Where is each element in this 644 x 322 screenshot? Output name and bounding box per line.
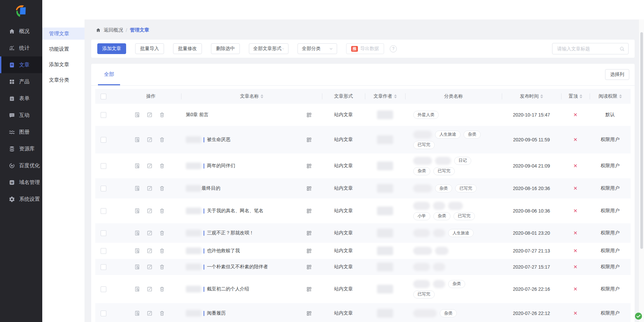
category-filter-select[interactable]: 全部分类 (298, 43, 337, 54)
sort-carets-icon[interactable] (619, 94, 622, 98)
submenu-item-3[interactable]: 添加文章 (42, 58, 85, 71)
edit-icon[interactable] (147, 112, 153, 118)
delete-icon[interactable] (159, 137, 165, 143)
row-checkbox[interactable] (101, 208, 106, 214)
redacted-text (186, 208, 201, 214)
row-actions-cell (121, 104, 181, 126)
choose-columns-button[interactable]: 选择列 (605, 69, 629, 80)
qr-code-icon[interactable] (306, 208, 312, 214)
preview-icon[interactable] (134, 137, 140, 143)
row-checkbox[interactable] (101, 248, 106, 254)
submenu-item-4[interactable]: 文章分类 (42, 74, 85, 86)
publish-date-cell: 2020-08-16 20:36 (502, 178, 561, 198)
article-name-cell: 最终目的 (181, 178, 322, 198)
delete-icon[interactable] (159, 286, 165, 292)
edit-icon[interactable] (147, 208, 153, 214)
sidebar-item-9[interactable]: 百度优化 (0, 157, 42, 174)
scrollbar-thumb[interactable] (640, 32, 643, 249)
category-tags-cell: 日记杂类已写完 (405, 153, 502, 178)
export-data-button[interactable]: 推 导出数据 (346, 43, 384, 54)
row-checkbox[interactable] (101, 230, 106, 236)
toolbar: 添加文章 批量导入 批量修改 删除选中 全部文章形式 全部分类 推 导出数据 ? (91, 40, 635, 58)
safety-check-badge-icon[interactable] (635, 312, 642, 320)
preview-icon[interactable] (134, 112, 140, 118)
preview-icon[interactable] (134, 208, 140, 214)
row-checkbox[interactable] (101, 264, 106, 270)
delete-icon[interactable] (159, 112, 165, 118)
sort-carets-icon[interactable] (261, 94, 263, 98)
qr-code-icon[interactable] (306, 112, 312, 118)
row-checkbox[interactable] (101, 286, 106, 292)
edit-icon[interactable] (147, 137, 153, 143)
delete-selected-button[interactable]: 删除选中 (211, 43, 240, 54)
read-permission-cell: 权限用户 (590, 259, 631, 275)
submenu-item-2[interactable]: 功能设置 (42, 43, 85, 55)
submenu-item-1[interactable]: 管理文章 (42, 28, 85, 40)
delete-icon[interactable] (159, 163, 165, 169)
preview-icon[interactable] (134, 264, 140, 270)
preview-icon[interactable] (134, 310, 140, 316)
qr-code-icon[interactable] (306, 137, 312, 143)
preview-icon[interactable] (134, 286, 140, 292)
batch-edit-button[interactable]: 批量修改 (173, 43, 202, 54)
preview-icon[interactable] (134, 163, 140, 169)
sort-carets-icon[interactable] (580, 94, 582, 98)
qr-code-icon[interactable] (306, 230, 312, 236)
row-checkbox[interactable] (101, 163, 106, 169)
preview-icon[interactable] (134, 230, 140, 236)
sidebar-item-10[interactable]: W域名管理 (0, 174, 42, 191)
pinned-cell: ✕ (561, 275, 590, 303)
sidebar-item-6[interactable]: 互动 (0, 107, 42, 124)
row-checkbox[interactable] (101, 112, 106, 118)
edit-icon[interactable] (147, 185, 153, 191)
qr-code-icon[interactable] (306, 311, 312, 316)
delete-icon[interactable] (159, 208, 165, 214)
add-article-button[interactable]: 添加文章 (97, 43, 126, 54)
edit-icon[interactable] (147, 310, 153, 316)
sidebar-item-1[interactable]: 概况 (0, 23, 42, 40)
edit-icon[interactable] (147, 163, 153, 169)
qr-code-icon[interactable] (306, 286, 312, 292)
row-checkbox[interactable] (101, 186, 106, 191)
delete-icon[interactable] (159, 310, 165, 316)
sidebar-item-11[interactable]: 系统设置 (0, 191, 42, 208)
publish-date-cell: 2020-10-17 15:47 (502, 104, 561, 126)
app-logo-icon[interactable] (14, 3, 29, 18)
tab-all[interactable]: 全部 (98, 64, 120, 85)
qr-code-icon[interactable] (306, 163, 312, 169)
sort-carets-icon[interactable] (394, 94, 397, 98)
delete-icon[interactable] (159, 248, 165, 254)
sidebar-item-2[interactable]: 统计 (0, 40, 42, 56)
delete-icon[interactable] (159, 264, 165, 270)
search-icon[interactable] (619, 46, 625, 52)
search-input[interactable] (556, 46, 616, 52)
edit-icon[interactable] (147, 248, 153, 254)
batch-import-button[interactable]: 批量导入 (135, 43, 164, 54)
sidebar-item-5[interactable]: 表单 (0, 90, 42, 107)
select-all-checkbox[interactable] (101, 94, 106, 99)
sort-carets-icon[interactable] (540, 94, 543, 98)
edit-icon[interactable] (147, 264, 153, 270)
column-header-label: 分类名称 (444, 93, 463, 99)
domain-icon: W (9, 179, 15, 186)
delete-icon[interactable] (159, 230, 165, 236)
sidebar-item-4[interactable]: 产品 (0, 73, 42, 90)
sidebar-item-8[interactable]: 资源库 (0, 140, 42, 157)
delete-icon[interactable] (159, 185, 165, 191)
edit-icon[interactable] (147, 286, 153, 292)
edit-icon[interactable] (147, 230, 153, 236)
help-icon[interactable]: ? (390, 45, 397, 52)
breadcrumb-separator: / (126, 28, 127, 33)
preview-icon[interactable] (134, 185, 140, 191)
sidebar-item-3[interactable]: 文章 (0, 56, 42, 73)
qr-code-icon[interactable] (306, 248, 312, 254)
qr-code-icon[interactable] (306, 264, 312, 270)
breadcrumb-back-link[interactable]: 返回概况 (104, 27, 123, 33)
row-checkbox[interactable] (101, 311, 106, 316)
sidebar-item-7[interactable]: 图册 (0, 124, 42, 140)
qr-code-icon[interactable] (306, 186, 312, 191)
article-title: 两年的同伴们 (207, 163, 235, 169)
preview-icon[interactable] (134, 248, 140, 254)
article-form-filter-select[interactable]: 全部文章形式 (249, 43, 288, 54)
row-checkbox[interactable] (101, 137, 106, 143)
